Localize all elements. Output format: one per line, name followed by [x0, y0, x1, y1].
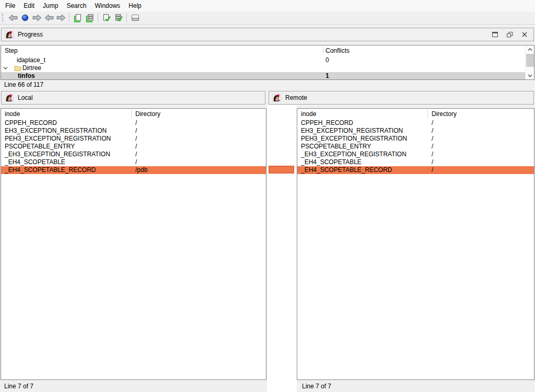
toolbar-separator: [98, 13, 98, 22]
directory-cell: /: [432, 127, 433, 135]
menu-file[interactable]: File: [1, 1, 19, 11]
progress-panel-title: Progress: [18, 31, 43, 38]
column-divider[interactable]: [427, 110, 428, 118]
menu-jump[interactable]: Jump: [39, 1, 62, 11]
conflicts-cell: 1: [325, 72, 329, 79]
inode-cell: PEH3_EXCEPTION_REGISTRATION: [5, 135, 111, 143]
progress-status-line: Line 66 of 117: [4, 81, 43, 89]
progress-row-dirtree[interactable]: Dirtree: [1, 64, 534, 72]
directory-cell: /: [135, 151, 137, 158]
open-database-list-icon[interactable]: [84, 12, 96, 24]
inode-cell: _EH4_SCOPETABLE_RECORD: [301, 166, 392, 174]
column-header-step[interactable]: Step: [5, 45, 18, 56]
inode-cell: EH3_EXCEPTION_REGISTRATION: [301, 127, 403, 135]
menu-windows[interactable]: Windows: [90, 1, 124, 11]
inode-cell: PSCOPETABLE_ENTRY: [5, 143, 75, 151]
restore-icon[interactable]: [507, 32, 513, 38]
menu-bar: File Edit Jump Search Windows Help: [0, 0, 535, 11]
remote-panel-title: Remote: [285, 94, 307, 101]
close-icon[interactable]: [522, 32, 527, 37]
back-arrow-icon[interactable]: [7, 12, 19, 24]
accept-database-list-icon[interactable]: [112, 12, 124, 24]
table-row[interactable]: CPPEH_RECORD/: [297, 119, 534, 127]
directory-cell: /: [135, 143, 137, 151]
inode-cell: EH3_EXCEPTION_REGISTRATION: [5, 127, 107, 135]
directory-cell: /: [432, 166, 433, 174]
table-row[interactable]: PSCOPETABLE_ENTRY/: [297, 143, 534, 151]
column-divider[interactable]: [323, 47, 323, 55]
inode-cell: PSCOPETABLE_ENTRY: [301, 143, 371, 151]
local-table-header: inode Directory: [1, 109, 266, 119]
local-panel-title: Local: [18, 94, 33, 101]
table-row[interactable]: PSCOPETABLE_ENTRY/: [1, 143, 266, 151]
step-cell: tinfos: [18, 72, 35, 79]
directory-cell: /: [432, 119, 433, 127]
chevron-down-icon[interactable]: [3, 66, 8, 70]
inode-cell: PEH3_EXCEPTION_REGISTRATION: [301, 135, 407, 143]
remote-status-line: Line 7 of 7: [302, 383, 331, 390]
inode-cell: CPPEH_RECORD: [5, 119, 57, 127]
table-row-highlighted[interactable]: _EH4_SCOPETABLE_RECORD/: [297, 166, 534, 174]
scroll-down-icon[interactable]: [526, 72, 534, 79]
inode-cell: CPPEH_RECORD: [301, 119, 353, 127]
directory-cell: /: [432, 143, 433, 151]
maximize-icon[interactable]: [492, 32, 498, 37]
diff-connector-strip: [267, 105, 297, 392]
stop-circle-icon[interactable]: [19, 12, 31, 24]
forward-arrow-icon[interactable]: [31, 12, 43, 24]
table-row[interactable]: PEH3_EXCEPTION_REGISTRATION/: [297, 135, 534, 143]
menu-edit[interactable]: Edit: [19, 1, 39, 11]
column-header-directory[interactable]: Directory: [432, 109, 457, 119]
progress-row-idaplace_t[interactable]: idaplace_t 0: [1, 56, 534, 64]
ida-logo-icon: [272, 94, 281, 102]
directory-cell: /: [135, 135, 137, 143]
local-table: inode Directory CPPEH_RECORD/ EH3_EXCEPT…: [1, 108, 266, 380]
toolbar-separator: [69, 13, 69, 22]
open-database-icon[interactable]: [72, 12, 84, 24]
table-row[interactable]: _EH4_SCOPETABLE/: [1, 158, 266, 166]
column-header-directory[interactable]: Directory: [135, 109, 160, 119]
local-panel-titlebar[interactable]: Local: [1, 91, 265, 105]
local-status-line: Line 7 of 7: [4, 383, 33, 390]
scrollbar-thumb[interactable]: [526, 54, 534, 67]
directory-cell: /: [135, 127, 137, 135]
folder-icon: [14, 65, 21, 71]
ida-logo-icon: [5, 94, 14, 102]
table-row[interactable]: PEH3_EXCEPTION_REGISTRATION/: [1, 135, 266, 143]
scroll-up-icon[interactable]: [526, 45, 534, 53]
inode-cell: _EH4_SCOPETABLE_RECORD: [5, 166, 96, 174]
toolbar-separator: [126, 13, 127, 22]
accept-database-icon[interactable]: [100, 12, 112, 24]
directory-cell: /pdb: [135, 166, 147, 174]
step-cell: idaplace_t: [17, 56, 45, 64]
column-divider[interactable]: [131, 110, 132, 118]
table-row[interactable]: _EH3_EXCEPTION_REGISTRATION/: [297, 151, 534, 158]
progress-panel-titlebar[interactable]: Progress: [1, 28, 534, 41]
next-arrow-icon[interactable]: [55, 12, 67, 24]
progress-row-tinfos-selected[interactable]: tinfos 1: [1, 72, 525, 79]
column-header-conflicts[interactable]: Conflicts: [325, 45, 350, 56]
progress-scrollbar[interactable]: [525, 45, 534, 79]
remote-panel-titlebar[interactable]: Remote: [269, 91, 534, 105]
progress-table-header: Step Conflicts: [1, 45, 534, 56]
previous-arrow-icon[interactable]: [43, 12, 55, 24]
directory-cell: /: [135, 158, 137, 166]
toolbar-grip[interactable]: [2, 14, 4, 22]
step-cell: Dirtree: [22, 64, 41, 72]
table-row[interactable]: CPPEH_RECORD/: [1, 119, 266, 127]
table-row[interactable]: EH3_EXCEPTION_REGISTRATION/: [1, 127, 266, 135]
table-row-highlighted[interactable]: _EH4_SCOPETABLE_RECORD/pdb: [1, 166, 266, 174]
table-row[interactable]: EH3_EXCEPTION_REGISTRATION/: [297, 127, 534, 135]
inode-cell: _EH4_SCOPETABLE: [5, 158, 65, 166]
table-row[interactable]: _EH3_EXCEPTION_REGISTRATION/: [1, 151, 266, 158]
progress-table: Step Conflicts idaplace_t 0 Dirtree tinf…: [1, 45, 534, 80]
column-header-inode[interactable]: inode: [5, 109, 20, 119]
conflict-marker: [269, 166, 294, 174]
toolbar: [0, 11, 535, 25]
column-header-inode[interactable]: inode: [301, 109, 316, 119]
table-row[interactable]: _EH4_SCOPETABLE/: [297, 158, 534, 166]
menu-search[interactable]: Search: [62, 1, 90, 11]
menu-help[interactable]: Help: [124, 1, 146, 11]
window-icon[interactable]: [129, 12, 141, 24]
conflicts-cell: 0: [325, 56, 329, 64]
